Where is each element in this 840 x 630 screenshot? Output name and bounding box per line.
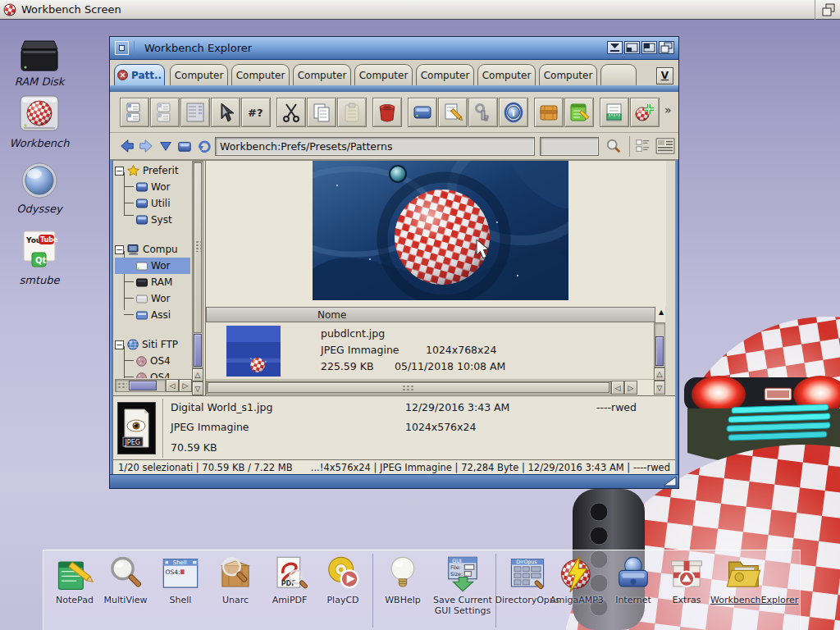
move-files-button[interactable] <box>150 98 180 127</box>
list-horizontal-scrollbar[interactable] <box>206 381 611 395</box>
dock-item-save-gui-settings[interactable]: GUIFile:Size: Save Current GUI Settings <box>429 554 496 616</box>
collapse-icon[interactable]: − <box>115 245 124 254</box>
dock-item-shell[interactable]: ShellOS4: Shell <box>149 554 212 605</box>
tab-computer-7[interactable]: Computer <box>539 64 597 85</box>
tab-empty[interactable] <box>600 64 637 85</box>
format-drive-button[interactable] <box>408 98 437 127</box>
tree-item-workbench[interactable]: Wor <box>115 179 170 195</box>
list-scroll-down-arrow[interactable]: ▽ <box>654 381 665 395</box>
list-scroll-left-arrow[interactable]: ◁ <box>611 381 624 395</box>
tree-item-workbench-drive[interactable]: Wor <box>115 258 190 274</box>
copy-files-button[interactable] <box>120 98 149 127</box>
dock-item-unarc[interactable]: Unarc <box>204 554 267 605</box>
icon-edit-button[interactable] <box>630 98 660 127</box>
back-arrow-icon[interactable] <box>118 137 136 155</box>
tab-close-icon[interactable] <box>117 70 128 80</box>
svg-text:Tube: Tube <box>40 236 58 244</box>
window-iconify-gadget[interactable] <box>607 41 623 54</box>
name-filter-toggle-icon[interactable] <box>634 137 652 155</box>
pattern-match-button[interactable]: #? <box>241 98 271 127</box>
cut-button[interactable] <box>276 98 306 127</box>
tab-computer-6[interactable]: Computer <box>477 64 536 85</box>
tree-scroll-right-arrow[interactable]: ▷ <box>179 379 192 392</box>
tree-item-os4depot-1[interactable]: OS4 <box>115 353 171 369</box>
refresh-icon[interactable] <box>195 137 213 155</box>
list-scroll-up-arrow[interactable]: △ <box>654 368 665 381</box>
tab-computer-1[interactable]: Computer <box>170 64 228 85</box>
window-title: Workbench Explorer <box>144 42 252 54</box>
tree-scroll-down-arrow[interactable]: ▽ <box>192 381 203 395</box>
select-pointer-button[interactable] <box>211 98 240 127</box>
tree-item-utilities[interactable]: Utili <box>115 195 171 212</box>
dock-item-amigaamp3[interactable]: AmigaAMP3 <box>546 554 608 605</box>
path-input[interactable] <box>215 137 535 156</box>
list-scroll-right-arrow[interactable]: ▷ <box>624 381 637 395</box>
sort-indicator-icon[interactable]: ▲ <box>659 308 664 316</box>
desktop-icon-odyssey[interactable]: Odyssey <box>5 158 74 215</box>
tab-patterns[interactable]: Patt.. <box>114 64 165 85</box>
tree-item-ram-disk[interactable]: RAM <box>115 274 172 290</box>
tree-vertical-scrollbar[interactable] <box>192 161 203 368</box>
window-depth-gadget[interactable] <box>659 41 674 54</box>
file-list-button[interactable] <box>180 98 210 127</box>
tree-group-computer[interactable]: − Compu <box>115 241 178 258</box>
copy-button[interactable] <box>307 98 336 127</box>
tree-scroll-left-arrow[interactable]: ◁ <box>166 379 179 392</box>
dock-item-workbenchexplorer[interactable]: WorkbenchExplorer <box>710 554 778 605</box>
tree-horizontal-scrollbar[interactable] <box>115 379 166 392</box>
window-zoom-big-gadget[interactable] <box>641 41 657 54</box>
tree-item-system[interactable]: Syst <box>115 212 172 228</box>
dock-item-wbhelp[interactable]: WBHelp <box>372 554 434 605</box>
file-list-row[interactable]: pubdlcnt.jpg JPEG Immagine1024x768x24 22… <box>206 322 655 380</box>
dock-item-extras[interactable]: Extras <box>655 554 718 605</box>
tree-item-os4depot-2[interactable]: OS4 <box>115 369 171 378</box>
filter-input[interactable] <box>540 137 599 156</box>
desktop-icon-workbench[interactable]: Workbench <box>5 93 74 149</box>
collapse-icon[interactable]: − <box>115 167 124 176</box>
desktop-icon-smtube[interactable]: YouTubeQt smtube <box>5 230 74 286</box>
archive-button[interactable] <box>534 98 564 127</box>
window-bottom-border <box>110 474 678 488</box>
thumbnail-badge: JPEG <box>125 439 140 446</box>
information-button[interactable]: i <box>499 98 528 127</box>
shell-icon: ShellOS4: <box>162 554 199 595</box>
screen-depth-gadget[interactable] <box>815 0 837 20</box>
edit-comment-button[interactable] <box>564 98 594 127</box>
delete-trash-button[interactable] <box>372 98 402 127</box>
tree-item-workbench-2[interactable]: Wor <box>115 290 170 307</box>
desktop-icon-ram-disk[interactable]: RAM Disk <box>5 31 74 88</box>
amigaamp3-icon <box>558 554 596 595</box>
collapse-icon[interactable]: − <box>115 340 124 349</box>
window-titlebar[interactable]: Workbench Explorer <box>110 37 678 60</box>
list-vertical-scrollbar[interactable] <box>654 322 665 368</box>
protection-key-button[interactable] <box>468 98 498 127</box>
parent-drawer-icon[interactable] <box>176 137 194 155</box>
window-resize-gadget[interactable] <box>662 476 677 486</box>
search-magnifier-icon[interactable] <box>605 137 623 155</box>
content-area: − Preferit Wor Utili Syst − Compu Wor <box>113 160 675 395</box>
tooltypes-button[interactable] <box>600 98 629 127</box>
file-name: pubdlcnt.jpg <box>321 326 505 342</box>
forward-arrow-icon[interactable] <box>137 137 155 155</box>
tree-scroll-up-arrow[interactable]: △ <box>192 368 203 381</box>
paste-button[interactable] <box>337 98 367 127</box>
window-close-gadget[interactable] <box>115 41 129 55</box>
tab-computer-3[interactable]: Computer <box>293 64 351 85</box>
rename-button[interactable] <box>438 98 468 127</box>
tab-computer-5[interactable]: Computer <box>416 64 474 85</box>
tab-list-button[interactable]: V <box>656 67 673 84</box>
dock-item-multiview[interactable]: MultiView <box>94 554 157 605</box>
tree-group-preferiti[interactable]: − Preferit <box>115 162 179 179</box>
tab-computer-4[interactable]: Computer <box>354 64 413 85</box>
details-view-icon[interactable] <box>655 137 676 155</box>
tree-group-ftp-sites[interactable]: − Siti FTP <box>115 336 178 353</box>
list-header[interactable]: Nome <box>206 307 655 322</box>
toolbar-overflow-chevron[interactable]: » <box>664 103 672 116</box>
tree-item-assign[interactable]: Assi <box>115 307 171 323</box>
history-dropdown-icon[interactable] <box>157 137 175 155</box>
window-zoom-small-gadget[interactable] <box>624 41 640 54</box>
file-pane: Nome ▲ pubdlcnt.jpg JPEG Immagine1024x76… <box>205 161 665 396</box>
tab-computer-2[interactable]: Computer <box>231 64 290 85</box>
dock-item-playcd[interactable]: PlayCD <box>312 554 374 605</box>
workbench-explorer-window: Workbench Explorer Patt.. Computer Compu… <box>110 37 678 488</box>
